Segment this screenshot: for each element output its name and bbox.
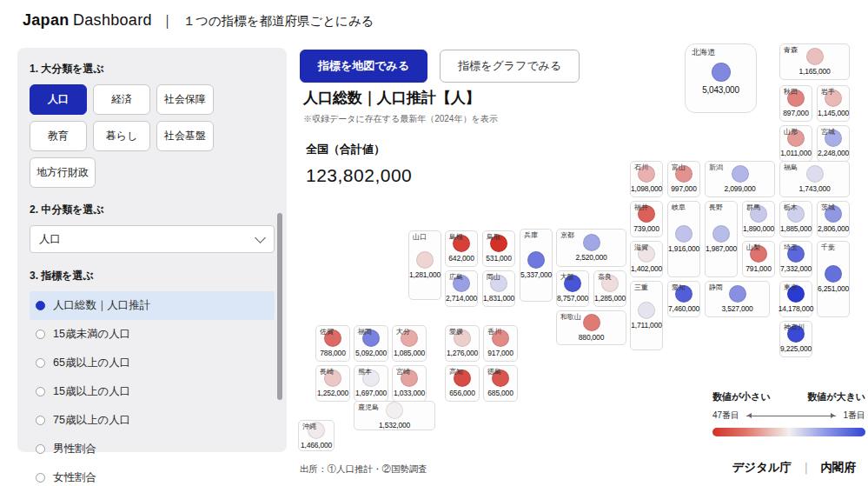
prefecture-tile[interactable]: 群馬1,890,000	[742, 201, 775, 237]
tab-map-view[interactable]: 指標を地図でみる	[300, 50, 427, 83]
indicator-label: 75歳以上の人口	[53, 413, 130, 428]
prefecture-value: 1,085,000	[394, 349, 425, 357]
indicator-option[interactable]: 男性割合	[30, 435, 275, 463]
indicator-option[interactable]: 15歳未満の人口	[30, 320, 275, 349]
prefecture-tile[interactable]: 徳島685,000	[483, 365, 518, 402]
prefecture-name: 山口	[413, 234, 427, 241]
radio-icon	[36, 387, 45, 396]
category-button[interactable]: 経済	[93, 84, 150, 115]
prefecture-tile[interactable]: 兵庫5,337,000	[520, 229, 553, 302]
prefecture-tile[interactable]: 北海道5,043,000	[685, 43, 757, 113]
prefecture-tile[interactable]: 大分1,085,000	[392, 325, 427, 362]
prefecture-name: 新潟	[709, 164, 723, 171]
prefecture-tile[interactable]: 埼玉7,332,000	[779, 241, 812, 277]
prefecture-tile[interactable]: 京都2,520,000	[556, 229, 626, 267]
prefecture-name: 富山	[672, 164, 686, 171]
indicator-label: 人口総数｜人口推計	[53, 298, 150, 313]
indicator-list: 人口総数｜人口推計15歳未満の人口65歳以上の人口15歳以上の人口75歳以上の人…	[30, 291, 275, 486]
indicator-option[interactable]: 75歳以上の人口	[30, 406, 275, 435]
prefecture-tile[interactable]: 宮崎1,033,000	[392, 365, 427, 402]
category-button[interactable]: 暮らし	[93, 121, 150, 151]
prefecture-tile[interactable]: 岡山1,831,000	[482, 270, 515, 307]
indicator-title: 人口総数｜人口推計【人】	[303, 88, 498, 108]
prefecture-tile[interactable]: 鳥取531,000	[482, 230, 515, 267]
category-button[interactable]: 社会基盤	[156, 121, 214, 151]
prefecture-tile[interactable]: 千葉6,251,000	[817, 241, 850, 317]
prefecture-dot	[527, 251, 545, 269]
prefecture-tile[interactable]: 愛知7,460,000	[667, 281, 700, 317]
prefecture-tile[interactable]: 新潟2,099,000	[705, 161, 775, 197]
indicator-note: ※収録データに存在する最新年（2024年）を表示	[303, 113, 498, 125]
prefecture-tile[interactable]: 愛媛1,276,000	[445, 325, 480, 362]
category-button[interactable]: 人口	[30, 84, 87, 115]
prefecture-tile[interactable]: 福岡5,092,000	[354, 325, 388, 362]
prefecture-tile[interactable]: 茨城2,806,000	[817, 201, 850, 237]
prefecture-tile[interactable]: 広島2,714,000	[445, 270, 478, 307]
color-legend: 数値が小さい 数値が大きい 47番目 1番目	[712, 390, 865, 436]
prefecture-tile[interactable]: 沖縄1,466,000	[298, 420, 335, 451]
prefecture-name: 岡山	[487, 274, 500, 281]
prefecture-tile[interactable]: 和歌山880,000	[556, 310, 626, 345]
prefecture-tile[interactable]: 大阪8,757,000	[556, 270, 589, 307]
tab-graph-view[interactable]: 指標をグラフでみる	[440, 50, 580, 83]
app-header: Japan Dashboard ｜ １つの指標を都道府県ごとにみる	[23, 11, 374, 30]
category-button[interactable]: 教育	[30, 121, 87, 151]
category-button[interactable]: 社会保障	[156, 84, 214, 115]
prefecture-tile[interactable]: 東京14,178,000	[779, 281, 812, 317]
prefecture-dot	[729, 285, 746, 303]
prefecture-value: 9,225,000	[780, 344, 812, 353]
prefecture-value: 1,252,000	[317, 389, 348, 397]
prefecture-dot	[732, 165, 749, 183]
prefecture-name: 愛媛	[449, 329, 463, 336]
prefecture-value: 3,527,000	[721, 304, 752, 313]
prefecture-value: 2,248,000	[818, 149, 849, 157]
prefecture-tile[interactable]: 福井739,000	[630, 201, 663, 237]
prefecture-tile[interactable]: 福島1,743,000	[779, 161, 850, 197]
prefecture-tile[interactable]: 三重1,711,000	[630, 281, 663, 350]
national-total: 全国（合計値） 123,802,000	[306, 142, 412, 186]
prefecture-value: 997,000	[671, 184, 696, 193]
prefecture-tile[interactable]: 香川917,000	[483, 325, 518, 362]
prefecture-tile[interactable]: 秋田897,000	[779, 85, 812, 122]
prefecture-dot	[806, 165, 824, 183]
indicator-option[interactable]: 人口総数｜人口推計	[30, 291, 275, 320]
prefecture-tile[interactable]: 奈良1,285,000	[593, 270, 626, 307]
prefecture-tile[interactable]: 山口1,281,000	[408, 230, 441, 300]
prefecture-tile[interactable]: 岩手1,145,000	[817, 85, 850, 122]
prefecture-tile[interactable]: 滋賀1,402,000	[630, 241, 663, 277]
prefecture-tile[interactable]: 神奈川9,225,000	[779, 321, 812, 357]
prefecture-tile[interactable]: 山形1,011,000	[779, 125, 812, 162]
org-digital-agency: デジタル庁	[732, 460, 792, 476]
indicator-option[interactable]: 65歳以上の人口	[30, 349, 275, 377]
prefecture-tile[interactable]: 佐賀788,000	[315, 325, 350, 362]
prefecture-name: 長野	[709, 204, 723, 211]
prefecture-tile[interactable]: 岐阜1,916,000	[667, 201, 700, 277]
prefecture-value: 1,098,000	[631, 184, 662, 193]
prefecture-name: 香川	[487, 329, 501, 336]
prefecture-name: 奈良	[598, 274, 612, 281]
scrollbar-thumb[interactable]	[277, 213, 282, 400]
subcategory-select[interactable]: 人口	[30, 225, 275, 253]
org-footer: デジタル庁 ｜ 内閣府	[732, 460, 857, 476]
source-note: 出所：①人口推計・②国勢調査	[300, 463, 427, 476]
prefecture-tile[interactable]: 鹿児島1,532,000	[354, 401, 435, 430]
prefecture-name: 山形	[784, 129, 798, 136]
prefecture-tile[interactable]: 静岡3,527,000	[705, 281, 770, 317]
indicator-option[interactable]: 15歳以上の人口	[30, 377, 275, 406]
prefecture-tile[interactable]: 栃木1,885,000	[779, 201, 812, 237]
indicator-option[interactable]: 女性割合	[30, 463, 275, 486]
prefecture-tile[interactable]: 長崎1,252,000	[315, 365, 350, 402]
prefecture-tile[interactable]: 山梨791,000	[742, 241, 775, 277]
prefecture-tile[interactable]: 青森1,165,000	[779, 43, 850, 80]
prefecture-tile[interactable]: 長野1,987,000	[705, 201, 738, 277]
prefecture-tile[interactable]: 島根642,000	[445, 230, 478, 267]
prefecture-value: 1,697,000	[355, 389, 387, 397]
prefecture-tile[interactable]: 石川1,098,000	[630, 161, 663, 197]
prefecture-tile[interactable]: 高知656,000	[445, 365, 480, 402]
prefecture-tile[interactable]: 熊本1,697,000	[354, 365, 388, 402]
prefecture-name: 岐阜	[672, 204, 686, 211]
prefecture-tile[interactable]: 富山997,000	[667, 161, 700, 197]
category-button[interactable]: 地方行財政	[30, 157, 96, 188]
prefecture-name: 京都	[560, 232, 574, 239]
prefecture-tile[interactable]: 宮城2,248,000	[817, 125, 850, 162]
